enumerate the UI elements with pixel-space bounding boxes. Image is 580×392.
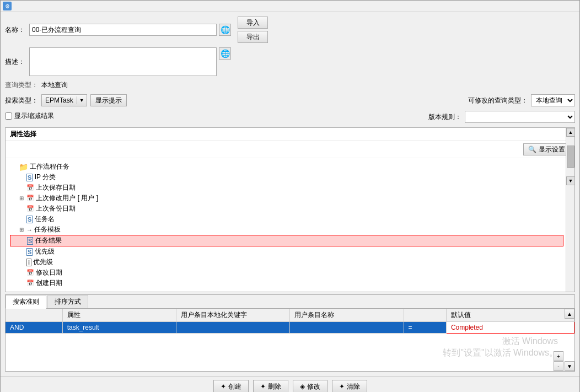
table-scroll-down[interactable]: ▼ xyxy=(565,361,574,371)
modifiable-select[interactable]: 本地查询 xyxy=(531,94,575,106)
clear-label: 清除 xyxy=(347,382,360,391)
clear-button[interactable]: ✦ 清除 xyxy=(332,380,367,392)
tree-item[interactable]: i 优先级 xyxy=(10,257,563,267)
col-header-6: 默认值 xyxy=(446,309,574,322)
tree-indent-spacer xyxy=(10,237,18,245)
date-icon: 📅 xyxy=(26,195,34,202)
s-type-icon: S xyxy=(26,248,33,256)
desc-label: 描述： xyxy=(5,57,25,67)
tree-expand-placeholder xyxy=(18,237,26,245)
tree-expand-icon[interactable]: ⊞ xyxy=(18,226,25,234)
table-cell: AND xyxy=(6,322,62,334)
scrollbar-thumb xyxy=(567,146,574,168)
delete-icon: ✦ xyxy=(260,383,266,390)
content-area: 名称： 🌐 导入 导出 描述： 🌐 查询类型： 本地查询 搜索类型： EPMTa… xyxy=(1,12,579,376)
folder-icon: 📁 xyxy=(19,163,28,171)
table-cell xyxy=(290,322,404,334)
tree-item[interactable]: 📅 上次保存日期 xyxy=(10,182,563,193)
show-hint-button[interactable]: 显示提示 xyxy=(90,94,127,106)
delete-button[interactable]: ✦ 删除 xyxy=(253,380,288,392)
version-rule-label: 版本规则： xyxy=(428,112,461,122)
desc-row: 描述： 🌐 xyxy=(5,47,575,76)
date-icon: 📅 xyxy=(26,184,34,191)
attr-section-header: 🔍 显示设置 xyxy=(6,141,574,158)
modify-button[interactable]: ◈ 修改 xyxy=(293,380,327,392)
options-row: 显示缩减结果 版本规则： xyxy=(5,111,575,123)
tree-item[interactable]: S 任务结果 xyxy=(10,235,563,246)
delete-label: 删除 xyxy=(268,382,281,391)
export-button[interactable]: 导出 xyxy=(238,31,268,43)
desc-globe-button[interactable]: 🌐 xyxy=(219,47,231,60)
i-type-icon: i xyxy=(26,259,31,266)
tree-item-label: 上次修改用户 [ 用户 ] xyxy=(36,194,98,203)
main-window: ⚙ 名称： 🌐 导入 导出 描述： 🌐 查询类型： 本地查询 搜索类型： xyxy=(0,0,580,392)
tree-item-label: 任务结果 xyxy=(35,236,62,245)
create-icon: ✦ xyxy=(221,383,226,390)
search-type-button[interactable]: EPMTask ▼ xyxy=(41,94,87,106)
search-type-value: EPMTask xyxy=(42,96,77,104)
show-compressed-checkbox[interactable] xyxy=(5,112,12,120)
create-button[interactable]: ✦ 创建 xyxy=(213,380,249,392)
action-buttons: 导入 导出 xyxy=(238,17,268,43)
query-type-label: 查询类型： xyxy=(5,80,38,90)
table-scroll-buttons: ▲ ▼ xyxy=(565,309,574,371)
tree-item[interactable]: S 任务名 xyxy=(10,214,563,224)
tab-search-criteria[interactable]: 搜索准则 xyxy=(6,295,46,309)
scroll-down-arrow[interactable]: ▼ xyxy=(566,176,575,185)
bottom-section: 搜索准则 排序方式 属性 用户条目本地化关键字 用户条目名称 默认值 xyxy=(5,294,575,372)
table-cell xyxy=(176,322,289,334)
modify-label: 修改 xyxy=(307,382,320,391)
version-rule-select[interactable] xyxy=(465,111,575,123)
tree-expand-icon[interactable]: ⊞ xyxy=(18,195,25,202)
tree-indent-spacer xyxy=(10,248,18,256)
table-scroll-up[interactable]: ▲ xyxy=(565,309,574,319)
display-settings-button[interactable]: 🔍 显示设置 xyxy=(523,143,570,155)
name-globe-button[interactable]: 🌐 xyxy=(219,24,231,36)
s-type-icon: S xyxy=(27,237,33,245)
tree-item[interactable]: 📅 创建日期 xyxy=(10,278,563,288)
date-icon: 📅 xyxy=(26,205,34,212)
table-header-row: 属性 用户条目本地化关键字 用户条目名称 默认值 xyxy=(6,309,574,322)
tree-item[interactable]: 📁 工作流程任务 xyxy=(10,162,563,172)
tree-item[interactable]: 📅 上次备份日期 xyxy=(10,203,563,214)
table-cell: task_result xyxy=(62,322,176,334)
tree-indent-spacer xyxy=(10,226,18,234)
name-row: 名称： 🌐 导入 导出 xyxy=(5,17,575,43)
desc-textarea[interactable] xyxy=(29,47,217,76)
search-type-arrow-icon: ▼ xyxy=(77,98,87,103)
modifiable-query-section: 可修改的查询类型： 本地查询 xyxy=(468,94,575,106)
name-input[interactable] xyxy=(29,24,217,36)
name-label: 名称： xyxy=(5,25,25,35)
s-type-icon: S xyxy=(26,216,33,223)
tree-item-label: 任务名 xyxy=(35,214,55,224)
tree-item-label: 工作流程任务 xyxy=(30,162,69,171)
tree-item[interactable]: S IP 分类 xyxy=(10,172,563,182)
attr-section: 属性选择 🔍 显示设置 📁 工作流程任务 S IP 分类 📅 上次保存日期 ⊞📅… xyxy=(5,127,575,292)
window-icon: ⚙ xyxy=(3,2,12,10)
tree-expand-placeholder xyxy=(18,184,25,192)
table-row[interactable]: ANDtask_result=Completed xyxy=(6,322,574,334)
tree-item[interactable]: ⊞→ 任务模板 xyxy=(10,224,563,235)
s-type-icon: S xyxy=(26,174,33,181)
col-header-3: 用户条目本地化关键字 xyxy=(176,309,289,322)
plus-button[interactable]: + xyxy=(554,351,563,361)
tree-expand-placeholder xyxy=(18,269,25,277)
tree-item-label: 上次备份日期 xyxy=(36,204,76,213)
minus-button[interactable]: - xyxy=(554,361,563,371)
tree-indent-spacer xyxy=(10,259,18,266)
tree-item[interactable]: 📅 修改日期 xyxy=(10,267,563,278)
scroll-up-arrow[interactable]: ▲ xyxy=(566,128,575,137)
tree-indent-spacer xyxy=(10,195,18,202)
table-cell[interactable]: Completed xyxy=(446,322,574,334)
tree-expand-placeholder xyxy=(18,259,25,266)
tree-expand-placeholder xyxy=(18,248,25,256)
tree-item[interactable]: ⊞📅 上次修改用户 [ 用户 ] xyxy=(10,193,563,203)
date-icon: 📅 xyxy=(26,269,34,276)
bottom-toolbar: ✦ 创建 ✦ 删除 ◈ 修改 ✦ 清除 xyxy=(1,376,579,392)
import-button[interactable]: 导入 xyxy=(238,17,268,29)
modifiable-label: 可修改的查询类型： xyxy=(468,96,528,105)
tab-sort-order[interactable]: 排序方式 xyxy=(47,295,88,308)
title-bar: ⚙ xyxy=(1,1,579,12)
attr-section-title: 属性选择 xyxy=(6,128,574,141)
tree-item[interactable]: S 优先级 xyxy=(10,246,563,257)
